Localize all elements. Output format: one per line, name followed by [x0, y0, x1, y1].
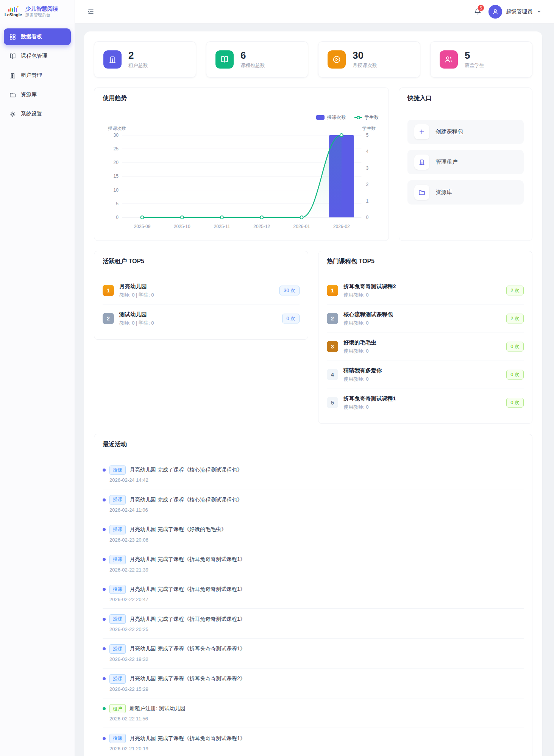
sidebar-item-resources[interactable]: 资源库	[4, 86, 71, 103]
svg-text:2025-11: 2025-11	[214, 224, 230, 229]
rank-badge: 3	[327, 341, 338, 352]
activity-time: 2026-02-21 20:19	[109, 746, 524, 751]
sidebar-item-label: 系统设置	[21, 111, 42, 117]
svg-text:3: 3	[366, 165, 368, 170]
activity-dot	[103, 647, 106, 650]
usage-trend-panel: 使用趋势 授课次数 学生数 0510152025300123452025-092…	[94, 87, 389, 241]
activity-time: 2026-02-22 20:47	[109, 597, 524, 602]
package-row: 2 核心流程测试课程包 使用教师: 0 2 次	[327, 305, 524, 333]
sidebar-item-course-packages[interactable]: 课程包管理	[4, 48, 71, 64]
svg-text:0: 0	[366, 215, 368, 220]
svg-text:2025-09: 2025-09	[134, 224, 151, 229]
activity-text: 月亮幼儿园 完成了课程《折耳兔奇奇测试课程1》	[130, 556, 245, 563]
activity-text: 月亮幼儿园 完成了课程《折耳兔奇奇测试课程1》	[130, 616, 245, 623]
quick-item-resources[interactable]: 资源库	[407, 180, 524, 205]
dashboard-grid-icon	[9, 33, 16, 41]
building-icon	[9, 72, 16, 79]
stats-row: 2 租户总数 6 课程包总数 30 月授课次数 5 覆盖学生	[94, 41, 532, 78]
sidebar-item-label: 课程包管理	[21, 53, 47, 59]
stat-card-tenants: 2 租户总数	[94, 41, 196, 78]
package-row: 1 折耳兔奇奇测试课程2 使用教师: 0 2 次	[327, 277, 524, 305]
rank-badge: 1	[327, 285, 338, 296]
package-meta: 使用教师: 0	[343, 376, 382, 383]
svg-text:30: 30	[114, 132, 119, 137]
quick-entry-panel: 快捷入口 创建课程包 管理租户 资源库	[399, 87, 532, 241]
stat-label: 月授课次数	[353, 62, 377, 69]
package-meta: 使用教师: 0	[343, 320, 393, 326]
tenant-meta: 教师: 0 | 学生: 0	[119, 320, 154, 326]
svg-text:15: 15	[114, 173, 119, 179]
rank-badge: 5	[327, 397, 338, 408]
activity-item: 授课 月亮幼儿园 完成了课程《核心流程测试课程包》 2026-02-24 14:…	[103, 460, 524, 490]
hot-packages-panel: 热门课程包 TOP5 1 折耳兔奇奇测试课程2 使用教师: 0 2 次 2 核心…	[318, 251, 532, 424]
sidebar-item-label: 数据看板	[21, 33, 42, 40]
package-row: 5 折耳兔奇奇测试课程1 使用教师: 0 0 次	[327, 389, 524, 417]
activity-item: 授课 月亮幼儿园 完成了课程《折耳兔奇奇测试课程1》 2026-02-21 20…	[103, 728, 524, 756]
gear-icon	[9, 111, 16, 118]
tenant-name: 月亮幼儿园	[119, 283, 154, 290]
usage-count-badge: 0 次	[506, 398, 524, 408]
svg-text:20: 20	[114, 160, 119, 165]
recent-activities-panel: 最近活动 授课 月亮幼儿园 完成了课程《核心流程测试课程包》 2026-02-2…	[94, 434, 532, 756]
svg-text:2025-10: 2025-10	[174, 224, 190, 229]
activity-tag: 租户	[109, 704, 126, 714]
panel-title: 最近活动	[94, 434, 532, 455]
activity-item: 授课 月亮幼儿园 完成了课程《折耳兔奇奇测试课程1》 2026-02-22 20…	[103, 579, 524, 609]
svg-text:学生数: 学生数	[362, 126, 376, 131]
activity-item: 授课 月亮幼儿园 完成了课程《折耳兔奇奇测试课程2》 2026-02-22 15…	[103, 669, 524, 698]
activity-tag: 授课	[109, 495, 126, 505]
legend-line-swatch	[354, 117, 362, 118]
usage-count-badge: 0 次	[282, 314, 300, 323]
stat-card-students: 5 覆盖学生	[430, 41, 532, 78]
folder-icon	[9, 91, 16, 98]
user-name: 超级管理员	[506, 8, 532, 15]
menu-fold-icon[interactable]	[87, 8, 95, 16]
activity-item: 授课 月亮幼儿园 完成了课程《折耳兔奇奇测试课程1》 2026-02-22 19…	[103, 639, 524, 669]
svg-text:1: 1	[366, 198, 368, 203]
folder-icon	[414, 185, 429, 200]
activity-text: 月亮幼儿园 完成了课程《折耳兔奇奇测试课程1》	[130, 586, 245, 593]
brand-title: 少儿智慧阅读	[25, 5, 58, 12]
activity-text: 月亮幼儿园 完成了课程《折耳兔奇奇测试课程2》	[130, 675, 245, 682]
stat-card-packages: 6 课程包总数	[206, 41, 308, 78]
package-name: 好饿的毛毛虫	[343, 339, 376, 346]
legend-item-students[interactable]: 学生数	[354, 114, 379, 121]
play-circle-icon	[328, 50, 346, 69]
svg-text:0: 0	[116, 215, 119, 220]
package-name: 猜猜我有多爱你	[343, 367, 382, 374]
activity-dot	[103, 737, 106, 740]
activity-text: 月亮幼儿园 完成了课程《核心流程测试课程包》	[130, 467, 242, 473]
quick-item-create-package[interactable]: 创建课程包	[407, 120, 524, 144]
package-meta: 使用教师: 0	[343, 292, 396, 298]
activity-dot	[103, 469, 106, 472]
legend-line-dot	[357, 116, 360, 119]
activity-dot	[103, 528, 106, 531]
brand-logo-text: LeSingle	[5, 12, 22, 17]
sidebar-menu: 数据看板 课程包管理 租户管理 资源库 系统设置	[0, 23, 75, 130]
activity-dot	[103, 498, 106, 501]
svg-text:2025-12: 2025-12	[253, 224, 270, 229]
activity-item: 授课 月亮幼儿园 完成了课程《折耳兔奇奇测试课程1》 2026-02-22 20…	[103, 609, 524, 639]
sidebar-item-tenants[interactable]: 租户管理	[4, 67, 71, 84]
quick-item-manage-tenants[interactable]: 管理租户	[407, 150, 524, 174]
activity-text: 月亮幼儿园 完成了课程《核心流程测试课程包》	[130, 497, 242, 503]
activity-tag: 授课	[109, 644, 126, 654]
legend-item-lessons[interactable]: 授课次数	[316, 114, 346, 121]
sidebar-item-settings[interactable]: 系统设置	[4, 106, 71, 122]
sidebar-item-dashboard[interactable]: 数据看板	[4, 28, 71, 45]
tenant-name: 测试幼儿园	[119, 311, 154, 318]
activity-time: 2026-02-23 20:06	[109, 537, 524, 543]
package-meta: 使用教师: 0	[343, 404, 396, 411]
stat-card-monthly-lessons: 30 月授课次数	[318, 41, 420, 78]
usage-count-badge: 2 次	[506, 286, 524, 295]
notification-bell[interactable]: 5	[474, 8, 482, 16]
panel-title: 活跃租户 TOP5	[94, 251, 308, 272]
quick-item-label: 创建课程包	[435, 128, 463, 135]
stat-value: 5	[465, 50, 484, 61]
activity-dot	[103, 558, 106, 561]
package-row: 4 猜猜我有多爱你 使用教师: 0 0 次	[327, 361, 524, 389]
user-menu[interactable]: 超级管理员	[488, 5, 542, 19]
active-tenants-panel: 活跃租户 TOP5 1 月亮幼儿园 教师: 0 | 学生: 0 30 次 2 测…	[94, 251, 308, 340]
rank-badge: 2	[103, 313, 114, 324]
svg-text:4: 4	[366, 149, 368, 154]
